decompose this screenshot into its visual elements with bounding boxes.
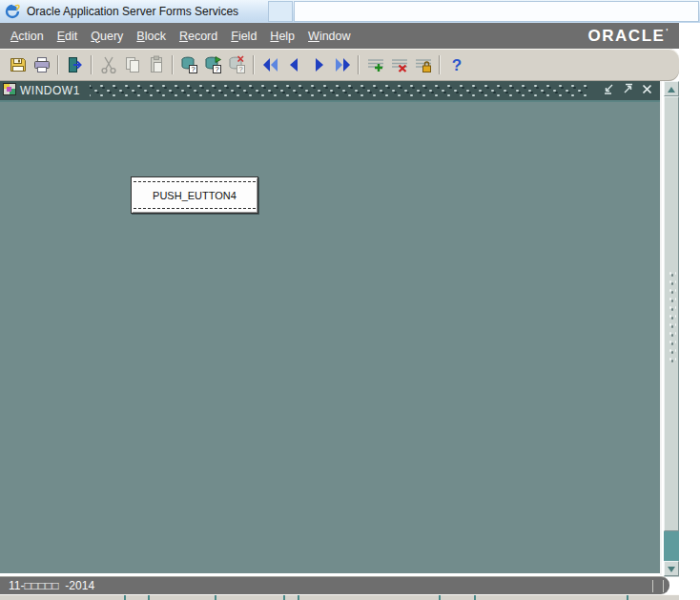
clipboard-paste-icon [147, 55, 166, 74]
menu-help[interactable]: Help [263, 30, 301, 43]
strip-tick [148, 595, 150, 600]
toolbar-separator [57, 55, 59, 74]
enter-query-button[interactable]: ? [177, 52, 201, 77]
question-mark-icon: ? [447, 55, 466, 74]
svg-text:?: ? [451, 56, 461, 74]
record-add-icon [366, 55, 385, 74]
button-focus-line-bottom [134, 208, 256, 209]
left-arrow-icon [285, 55, 304, 74]
window-title: WINDOW1 [20, 84, 80, 97]
right-arrow-icon [309, 55, 328, 74]
next-record-button[interactable] [306, 52, 330, 77]
svg-text:?: ? [215, 65, 218, 73]
status-separator [663, 580, 664, 592]
push-button[interactable]: PUSH_EUTTON4 [131, 176, 258, 214]
menu-edit[interactable]: Edit [51, 30, 85, 43]
strip-tick [283, 595, 285, 600]
strip-tick [215, 595, 216, 600]
strip-tick [439, 595, 441, 600]
menu-bar: Action Edit Query Block Record Field Hel… [0, 23, 679, 49]
maximize-arrow-icon [622, 82, 634, 99]
window-title-bar[interactable]: WINDOW1 [0, 81, 660, 102]
copy-pages-icon [123, 55, 142, 74]
double-left-arrow-icon [261, 55, 280, 74]
database-execute-icon: ? [204, 55, 223, 74]
cut-button[interactable] [96, 52, 120, 77]
toolbar-separator [91, 55, 93, 74]
up-arrow-icon [667, 80, 676, 97]
close-x-icon [641, 82, 653, 99]
form-canvas: PUSH_EUTTON4 [0, 102, 660, 573]
menu-record[interactable]: Record [173, 30, 224, 43]
scrollbar-grip-texture [668, 269, 676, 364]
cancel-query-button[interactable]: ? [225, 52, 249, 77]
strip-tick [474, 595, 476, 600]
browser-tab-stub[interactable] [268, 1, 293, 22]
previous-record-button[interactable] [282, 52, 306, 77]
toolbar-separator [358, 55, 360, 74]
strip-tick [627, 595, 628, 600]
browser-title: Oracle Application Server Forms Services [27, 5, 238, 18]
menu-query[interactable]: Query [84, 30, 130, 43]
down-arrow-icon [667, 560, 676, 577]
toolbar-separator [253, 55, 255, 74]
svg-text:?: ? [238, 65, 242, 73]
titlebar-texture [90, 85, 587, 96]
execute-query-button[interactable]: ? [201, 52, 225, 77]
toolbar-separator [439, 55, 441, 74]
paste-button[interactable] [144, 52, 168, 77]
lock-record-button[interactable] [411, 52, 435, 77]
scrollbar-thumb[interactable] [664, 96, 679, 531]
close-button[interactable] [640, 84, 654, 97]
menu-field[interactable]: Field [224, 30, 263, 43]
minimize-arrow-icon [603, 82, 615, 99]
push-button-label: PUSH_EUTTON4 [153, 190, 237, 201]
scrollbar-track-segment[interactable] [664, 531, 679, 561]
toolbar-separator [172, 55, 174, 74]
remove-record-button[interactable] [387, 52, 411, 77]
browser-tab-area[interactable] [294, 1, 699, 22]
button-focus-line-top [134, 181, 256, 182]
oracle-logo: ORACLE' [588, 27, 669, 46]
strip-tick [124, 595, 126, 600]
browser-title-bar: Oracle Application Server Forms Services [0, 0, 700, 23]
status-bar: 11-□□□□□ -2014 [0, 576, 669, 594]
floppy-disk-icon [9, 55, 28, 74]
maximize-button[interactable] [621, 84, 635, 97]
svg-text:?: ? [191, 65, 195, 73]
menu-window[interactable]: Window [301, 30, 357, 43]
forms-window: WINDOW1 PUSH_EUTTON4 [0, 81, 662, 575]
record-lock-icon [414, 55, 433, 74]
forms-window-icon [3, 82, 16, 99]
print-button[interactable] [30, 52, 53, 77]
status-separator [652, 580, 653, 592]
strip-tick [298, 595, 299, 600]
forms-toolbar: ? ? ? ? [0, 49, 679, 81]
double-right-arrow-icon [333, 55, 352, 74]
status-date-text: 11-□□□□□ -2014 [9, 579, 94, 592]
minimize-button[interactable] [602, 84, 616, 97]
bottom-strip [0, 594, 679, 600]
menu-action[interactable]: Action [4, 30, 51, 43]
record-delete-icon [390, 55, 409, 74]
exit-button[interactable] [63, 52, 87, 77]
first-record-button[interactable] [258, 52, 282, 77]
database-question-icon: ? [180, 55, 199, 74]
oracle-forms-screen: Oracle Application Server Forms Services… [0, 0, 700, 600]
last-record-button[interactable] [330, 52, 354, 77]
insert-record-button[interactable] [363, 52, 387, 77]
help-button[interactable]: ? [444, 52, 468, 77]
scissors-icon [99, 55, 118, 74]
scroll-up-button[interactable] [664, 81, 679, 96]
scroll-down-button[interactable] [664, 561, 679, 576]
database-cancel-icon: ? [228, 55, 247, 74]
save-button[interactable] [6, 52, 30, 77]
internet-explorer-icon [4, 3, 21, 20]
vertical-scrollbar [664, 81, 679, 577]
printer-icon [32, 55, 51, 74]
menu-block[interactable]: Block [130, 30, 173, 43]
exit-door-icon [66, 55, 85, 74]
copy-button[interactable] [120, 52, 144, 77]
